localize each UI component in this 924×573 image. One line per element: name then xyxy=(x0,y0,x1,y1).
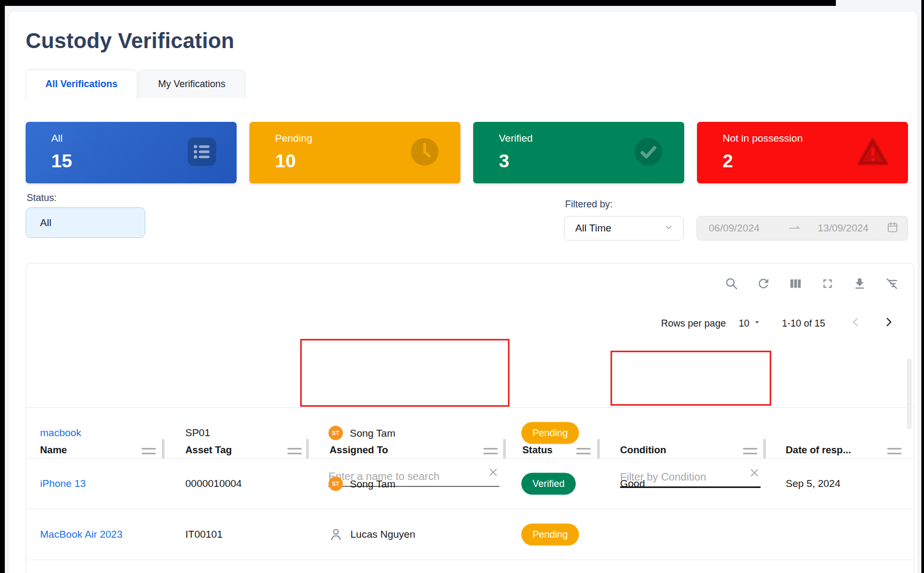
calendar-icon xyxy=(886,221,899,236)
person-icon xyxy=(328,527,343,542)
status-filter-label: Status: xyxy=(27,192,57,204)
table-scrollbar[interactable] xyxy=(907,359,912,429)
table-row[interactable]: MacBook Air 2023 IT00101 Lucas Nguyen Pe… xyxy=(26,509,914,560)
condition-value: Good xyxy=(620,478,645,490)
asset-tag-value: 0000010004 xyxy=(185,478,242,490)
status-badge: Pending xyxy=(521,422,579,444)
asset-name-link[interactable]: iPhone 13 xyxy=(40,478,86,490)
content-card: Custody Verification All Verifications M… xyxy=(9,12,918,573)
date-range-picker[interactable]: 06/09/2024 13/09/2024 xyxy=(696,216,908,241)
list-icon xyxy=(186,136,217,169)
time-range-select[interactable]: All Time xyxy=(564,216,684,241)
status-badge: Verified xyxy=(521,473,576,495)
fullscreen-icon[interactable] xyxy=(820,276,835,291)
date-start-value: 06/09/2024 xyxy=(709,222,788,234)
verification-table: Rows per page 10 1-10 of 15 Name xyxy=(26,263,914,573)
date-end-value: 13/09/2024 xyxy=(818,222,886,234)
asset-name-link[interactable]: MacBook Air 2023 xyxy=(40,529,122,540)
pagination-range: 1-10 of 15 xyxy=(782,318,825,329)
tab-bar: All Verifications My Verifications xyxy=(26,69,245,98)
stat-card-all[interactable]: All 15 xyxy=(26,122,237,183)
screen-edge-top xyxy=(0,0,836,6)
assigned-to-cell: ST Song Tam xyxy=(328,426,395,440)
rows-per-page-label: Rows per page xyxy=(661,318,726,329)
download-icon[interactable] xyxy=(852,276,867,291)
assigned-to-name: Song Tam xyxy=(350,478,395,490)
assigned-to-name: Song Tam xyxy=(350,427,395,439)
tab-all-verifications-label: All Verifications xyxy=(45,79,118,90)
stat-card-verified[interactable]: Verified 3 xyxy=(473,122,684,183)
date-value: Sep 5, 2024 xyxy=(786,478,840,490)
rows-per-page-value: 10 xyxy=(739,318,749,329)
status-filter-value: All xyxy=(40,217,51,229)
page-background: Custody Verification All Verifications M… xyxy=(5,0,921,573)
clock-icon xyxy=(408,135,441,171)
chevron-down-icon xyxy=(663,221,675,236)
rows-per-page-select[interactable]: 10 xyxy=(739,318,762,329)
table-header: Name Asset Tag Assigned To Status Condit… xyxy=(26,349,914,408)
asset-tag-value: IT00101 xyxy=(185,529,223,540)
status-filter-select[interactable]: All xyxy=(26,207,145,238)
tab-my-verifications[interactable]: My Verifications xyxy=(138,69,245,98)
refresh-icon[interactable] xyxy=(756,276,771,291)
table-toolbar xyxy=(724,276,899,291)
stat-card-pending[interactable]: Pending 10 xyxy=(249,122,460,183)
stat-cards: All 15 Pending 10 Verified 3 xyxy=(26,122,908,183)
time-range-value: All Time xyxy=(575,222,612,234)
pagination-controls: Rows per page 10 1-10 of 15 xyxy=(661,316,895,331)
avatar: ST xyxy=(328,426,343,440)
assigned-to-cell: ST Song Tam xyxy=(328,477,395,491)
asset-name-link[interactable]: macbook xyxy=(40,427,81,439)
filtered-by-label: Filtered by: xyxy=(565,199,613,210)
tab-my-verifications-label: My Verifications xyxy=(158,79,225,90)
filter-off-icon[interactable] xyxy=(884,276,899,291)
view-columns-icon[interactable] xyxy=(788,276,803,291)
search-icon[interactable] xyxy=(724,276,739,291)
check-circle-icon xyxy=(632,135,665,171)
asset-tag-value: SP01 xyxy=(185,427,210,439)
previous-page-icon[interactable] xyxy=(850,316,862,331)
tab-all-verifications[interactable]: All Verifications xyxy=(26,69,137,98)
status-badge: Pending xyxy=(521,524,579,546)
table-row[interactable]: macbook SP01 ST Song Tam Pending xyxy=(26,408,914,459)
caret-down-icon xyxy=(753,318,762,329)
arrow-right-icon xyxy=(788,222,818,234)
table-row[interactable]: iPhone 13 0000010004 ST Song Tam Verifie… xyxy=(26,459,914,509)
avatar: ST xyxy=(328,477,343,491)
assigned-to-name: Lucas Nguyen xyxy=(350,529,415,540)
stat-card-not-in-possession[interactable]: Not in possession 2 xyxy=(697,122,908,183)
assigned-to-cell: Lucas Nguyen xyxy=(328,527,415,542)
next-page-icon[interactable] xyxy=(882,316,895,331)
page-title: Custody Verification xyxy=(26,29,234,53)
warning-icon xyxy=(857,137,889,169)
